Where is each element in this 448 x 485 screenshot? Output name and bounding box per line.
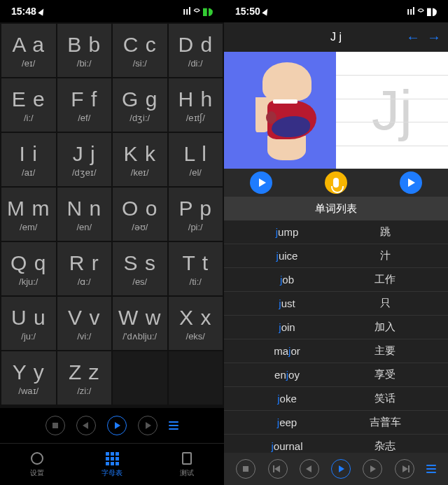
- letter-cell-m[interactable]: M m/em/: [1, 188, 56, 241]
- mouth-diagram[interactable]: [224, 52, 336, 169]
- play-letter-button[interactable]: [400, 171, 422, 194]
- letter-cell-k[interactable]: K k/keɪ/: [113, 133, 167, 186]
- stop-button[interactable]: [46, 416, 65, 435]
- letter-cell-r[interactable]: R r/ɑ:/: [57, 242, 112, 295]
- letter-cell-n[interactable]: N n/en/: [57, 188, 112, 241]
- letter-cell-j[interactable]: J j/dʒeɪ/: [57, 133, 112, 186]
- letter-detail-screen: 15:50 ııl ⌔ ▮◗ J j ← → Jj 单词列表 jump跳juic…: [224, 0, 448, 485]
- letter-cell-y[interactable]: Y y/waɪ/: [1, 351, 56, 405]
- letter-tracing[interactable]: Jj: [336, 52, 448, 169]
- letter-cell-z[interactable]: Z z/zi:/: [57, 351, 112, 405]
- wifi-icon: ⌔: [418, 6, 424, 17]
- word-row[interactable]: juice汁: [224, 244, 448, 268]
- letter-cell-e[interactable]: E e/i:/: [1, 78, 56, 132]
- wifi-icon: ⌔: [194, 6, 200, 17]
- player-bar: [0, 408, 224, 443]
- tab-bar: 设置 字母表 测试: [0, 443, 224, 485]
- letter-cell-q[interactable]: Q q/kju:/: [1, 242, 56, 295]
- status-bar: 15:50 ııl ⌔ ▮◗: [224, 0, 448, 22]
- letter-cell-g[interactable]: G g/dʒi:/: [113, 78, 167, 132]
- mic-icon: [333, 178, 339, 188]
- signal-icon: ııl: [183, 6, 191, 17]
- playlist-button[interactable]: [426, 465, 436, 473]
- next-letter-button[interactable]: →: [427, 29, 441, 45]
- word-row[interactable]: join加入: [224, 316, 448, 339]
- word-row[interactable]: jump跳: [224, 220, 448, 244]
- record-button[interactable]: [325, 171, 347, 194]
- alphabet-screen: 15:48 ııl ⌔ ▮◗ A a/eɪ/B b/bi:/C c/si:/D …: [0, 0, 224, 485]
- tab-label: 字母表: [102, 468, 122, 478]
- word-row[interactable]: enjoy享受: [224, 363, 448, 387]
- letter-cell-f[interactable]: F f/ef/: [57, 78, 112, 132]
- next-button[interactable]: [138, 416, 158, 435]
- gear-icon: [31, 452, 43, 465]
- prev-letter-button[interactable]: ←: [406, 29, 420, 45]
- word-row[interactable]: joke笑话: [224, 387, 448, 411]
- word-row[interactable]: just只: [224, 292, 448, 316]
- letter-cell-p[interactable]: P p/pi:/: [169, 188, 223, 241]
- word-row[interactable]: journal杂志: [224, 435, 448, 453]
- header: J j ← →: [224, 22, 448, 52]
- location-icon: [38, 7, 46, 15]
- prev-button[interactable]: [300, 459, 319, 479]
- word-row[interactable]: job工作: [224, 268, 448, 292]
- status-bar: 15:48 ııl ⌔ ▮◗: [0, 0, 224, 22]
- battery-icon: ▮◗: [426, 6, 437, 17]
- status-icons: ııl ⌔ ▮◗: [407, 6, 437, 17]
- letter-cell-w[interactable]: W w/'dʌblju:/: [113, 297, 167, 350]
- letter-cell-v[interactable]: V v/vi:/: [57, 297, 112, 350]
- tab-settings[interactable]: 设置: [0, 444, 75, 485]
- audio-bar: [224, 169, 448, 197]
- letter-cell-o[interactable]: O o/əʊ/: [113, 188, 167, 241]
- status-icons: ııl ⌔ ▮◗: [183, 6, 213, 17]
- alphabet-grid: A a/eɪ/B b/bi:/C c/si:/D d/di:/E e/i:/F …: [0, 22, 224, 408]
- letter-cell-s[interactable]: S s/es/: [113, 242, 167, 295]
- stop-button[interactable]: [236, 459, 255, 479]
- location-icon: [262, 7, 270, 15]
- clock: 15:48: [11, 6, 36, 17]
- letter-cell-c[interactable]: C c/si:/: [113, 24, 167, 77]
- next-button[interactable]: [363, 459, 382, 479]
- letter-cell-u[interactable]: U u/ju:/: [1, 297, 56, 350]
- play-diagram-button[interactable]: [250, 171, 272, 194]
- letter-cell-l[interactable]: L l/el/: [169, 133, 223, 186]
- word-list-header: 单词列表: [224, 197, 448, 220]
- letter-cell-a[interactable]: A a/eɪ/: [1, 24, 56, 77]
- playlist-button[interactable]: [169, 421, 178, 430]
- tab-label: 设置: [30, 468, 44, 478]
- signal-icon: ııl: [407, 6, 415, 17]
- letter-cell-i[interactable]: I i/aɪ/: [1, 133, 56, 186]
- big-letter: Jj: [372, 78, 412, 143]
- battery-icon: ▮◗: [202, 6, 213, 17]
- letter-cell-x[interactable]: X x/eks/: [169, 297, 223, 350]
- word-list[interactable]: jump跳juice汁job工作just只join加入major主要enjoy享…: [224, 220, 448, 453]
- letter-cell-h[interactable]: H h/eɪtʃ/: [169, 78, 223, 132]
- clock: 15:50: [235, 6, 260, 17]
- bottom-player: [224, 453, 448, 485]
- media-row: Jj: [224, 52, 448, 169]
- letter-cell-d[interactable]: D d/di:/: [169, 24, 223, 77]
- tab-alphabet[interactable]: 字母表: [75, 444, 150, 485]
- first-button[interactable]: [268, 459, 288, 479]
- letter-cell-t[interactable]: T t/ti:/: [169, 242, 223, 295]
- word-row[interactable]: major主要: [224, 339, 448, 363]
- header-title: J j: [330, 31, 342, 43]
- tab-test[interactable]: 测试: [149, 444, 224, 485]
- prev-button[interactable]: [76, 416, 96, 435]
- last-button[interactable]: [395, 459, 414, 479]
- play-button[interactable]: [331, 459, 351, 479]
- letter-cell-b[interactable]: B b/bi:/: [57, 24, 112, 77]
- play-button[interactable]: [107, 416, 127, 435]
- clipboard-icon: [182, 452, 192, 465]
- grid-icon: [106, 452, 119, 465]
- tab-label: 测试: [180, 468, 194, 478]
- word-row[interactable]: jeep吉普车: [224, 411, 448, 435]
